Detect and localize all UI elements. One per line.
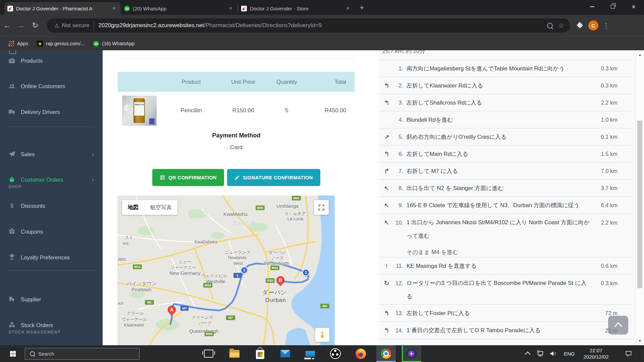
browser-tab[interactable]: Doctor J Govender - Pharmacist A× [4,2,121,15]
sidebar-item-supplier[interactable]: Supplier [0,294,103,305]
forward-button[interactable]: → [14,21,28,30]
cell-unit-price: R150.00 [221,107,265,114]
sidebar-item-sales[interactable]: Sales› [0,148,103,160]
scrollbar-thumb[interactable] [637,121,642,288]
signature-confirmation-button[interactable]: SIGNATURE CONFIRMATION [227,169,320,186]
address-bar[interactable]: ⚠ Not secure 2020grp29drjamesinc2.azurew… [47,18,570,33]
step-distance: 2.2 km [594,214,618,229]
network-icon[interactable] [535,345,546,362]
apps-grid-icon [9,41,14,46]
sidebar-item-coupons[interactable]: Coupons [0,226,103,237]
slight-left-icon: ↖ [382,214,391,229]
map-label: ezi [118,301,123,306]
sidebar-item-label: Delivery Drivers [21,109,60,115]
pegman-control[interactable] [315,328,329,342]
direction-step[interactable]: ↗5.斜め右方向に曲がりO'reilly Cresに入る0.1 km [379,128,631,145]
back-button[interactable]: ← [0,21,14,30]
sidebar-item-discounts[interactable]: $Discounts [0,200,103,212]
direction-step[interactable]: ↰2.左折してKlaarwater Rdに入る0.3 km [379,77,631,94]
bookmark-star-icon[interactable]: ☆ [558,21,564,29]
restore-button[interactable] [602,0,623,13]
taskbar-search[interactable]: Search [25,348,140,360]
scrollbar-down-arrow[interactable]: ▼ [636,339,644,343]
direction-step[interactable]: ↑11.KE Masinga Rd を直進する0.6 km [379,257,631,274]
scroll-to-top-button[interactable] [608,316,628,335]
action-center-icon[interactable] [621,345,636,362]
sidebar-item-customer-orders[interactable]: Customer Orders› [0,174,103,185]
tab-close-icon[interactable]: × [344,5,351,12]
sidebar-item-online-customers[interactable]: Online Customers [0,80,103,92]
cell-product: Pencillin [161,107,221,114]
satellite-button[interactable]: 航空写真 [144,200,177,215]
browser-tab[interactable]: Doctor J Govender - Store× [238,2,355,15]
step-text: Blundell Rdを進む [407,111,594,128]
new-tab-button[interactable]: + [357,3,367,13]
language-indicator[interactable]: ENG [564,345,575,362]
show-desktop-button[interactable] [642,348,644,359]
scrollbar-up-arrow[interactable]: ▲ [636,53,644,57]
direction-step[interactable]: ↰6.左折してMain Rdに入る1.5 km [379,145,631,162]
volume-icon[interactable] [547,345,559,362]
map-marker-a[interactable]: A [167,305,177,318]
direction-step[interactable]: ↖9.165-E B Cloete で左車線を使用して N3、Durban 方面… [379,196,631,214]
road-badge-m1: M1 [145,300,154,305]
sidebar-item-stock-orders[interactable]: Stock Orders [0,319,103,331]
gem-favicon-icon: ◆ [37,41,43,47]
taskbar-app-screen-recorder[interactable] [402,345,421,362]
boxes-icon [8,321,16,329]
direction-step[interactable]: 4.Blundell Rdを進む1.0 km [379,111,631,128]
browser-tab[interactable]: 20(20) WhatsApp× [121,2,237,15]
sidebar-item-delivery-drivers[interactable]: Delivery Drivers [0,106,103,118]
windows-taskbar: Search ENG 22:07 2020/12/02 [0,345,644,362]
road-badge-m19: M19 [203,283,212,288]
menu-kebab-icon[interactable]: ⋮ [603,22,609,29]
minimize-button[interactable] [582,0,602,13]
profile-avatar[interactable]: C [588,20,598,31]
system-clock[interactable]: 22:07 2020/12/02 [574,345,618,362]
taskbar-app-file-explorer[interactable] [225,345,244,362]
page-scrollbar[interactable]: ▲ ▼ [636,50,644,345]
map-label: ジャーマニー [170,265,196,270]
map-type-controls: 地図 航空写真 [122,200,177,215]
map-marker-b[interactable]: B [275,276,285,288]
bookmark-item[interactable]: 20(16) WhatsApp [93,41,135,47]
search-icon [30,351,35,356]
fullscreen-button[interactable] [314,200,329,215]
direction-step[interactable]: ↖8.出口を出て N2 を Stanger 方面に進む3.7 km [379,179,631,196]
qr-confirmation-button[interactable]: QR CONFIRMATION [152,169,224,186]
direction-step[interactable]: ↱7.右折して M7 に入る7.0 km [379,162,631,179]
road-badge-m7: M7 [226,315,235,320]
step-distance: 1.0 km [594,111,618,128]
step-distance: 0.3 km [594,275,618,290]
taskbar-app-obs[interactable] [326,345,345,362]
bookmark-item[interactable]: Apps [9,41,28,46]
tray-chevron-up[interactable] [522,345,533,362]
direction-step[interactable]: ↻12.ロータリーの3 つ目の出口を出て Boscombe Pl/Marine … [379,274,631,304]
start-button[interactable] [5,348,20,359]
map-button[interactable]: 地図 [122,200,144,215]
tab-title: (20) WhatsApp [133,6,224,11]
map-label: Newlands [228,255,247,260]
direction-step[interactable]: ↰3.左折してShallcross Rdに入る2.2 km [379,94,631,111]
direction-step[interactable]: ↰14.1 番目の交差点で左折してO R Tambo Paradeに入る22 m [379,321,631,339]
taskbar-app-remote-desktop[interactable] [301,345,320,362]
zoom-icon[interactable] [547,23,553,28]
direction-step[interactable]: ↰13.左折してFoster Plに入る72 m [379,304,631,321]
map-label: ニューランズ [225,250,250,255]
direction-step[interactable]: 1.南方向にMagaliesberg Stを進んでTable Mountain … [379,60,631,77]
close-button[interactable]: × [623,0,644,13]
tab-close-icon[interactable]: × [111,5,117,12]
taskbar-app-chrome[interactable] [376,345,396,362]
tab-close-icon[interactable]: × [227,5,234,12]
extensions-puzzle-icon[interactable] [576,21,584,29]
direction-step[interactable]: ↖10.1 出口から Johannes Nkosi St/M4/R102 に入り… [379,214,631,257]
taskbar-app-firefox[interactable] [351,345,370,362]
taskbar-app-task-view[interactable] [199,345,218,362]
google-map[interactable]: KwaMashuUmhlangaラ・ルチアLa Luciaクムゲニ川KwaDab… [117,195,335,345]
sidebar-item-products[interactable]: Products [0,55,103,66]
bookmark-item[interactable]: ◆rap.genius.com/... [37,41,85,47]
taskbar-app-microsoft-store[interactable] [250,345,270,362]
reload-button[interactable]: ↻ [28,21,42,30]
taskbar-app-mail[interactable] [275,345,295,362]
sidebar-item-loyalty-preferences[interactable]: Loyalty Preferences [0,252,103,263]
